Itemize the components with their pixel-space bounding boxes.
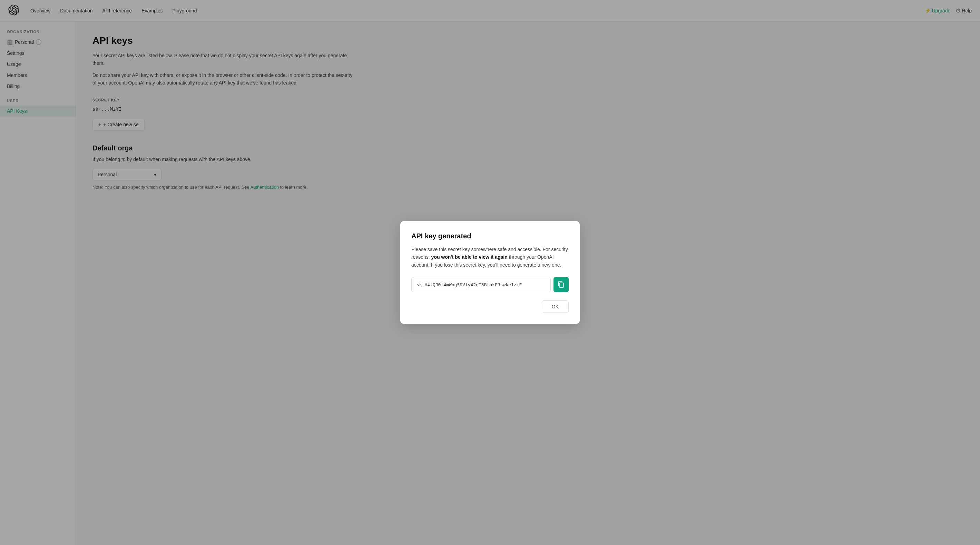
modal-footer: OK: [411, 300, 569, 313]
api-key-input-row: [411, 277, 569, 292]
api-key-input[interactable]: [411, 277, 551, 292]
modal-desc-bold: you won't be able to view it again: [431, 254, 508, 260]
modal-description: Please save this secret key somewhere sa…: [411, 246, 569, 269]
api-key-generated-modal: API key generated Please save this secre…: [400, 221, 580, 324]
copy-api-key-button[interactable]: [554, 277, 569, 292]
modal-overlay[interactable]: API key generated Please save this secre…: [0, 0, 980, 545]
copy-icon: [558, 281, 565, 288]
modal-title: API key generated: [411, 232, 569, 240]
ok-button[interactable]: OK: [542, 300, 569, 313]
